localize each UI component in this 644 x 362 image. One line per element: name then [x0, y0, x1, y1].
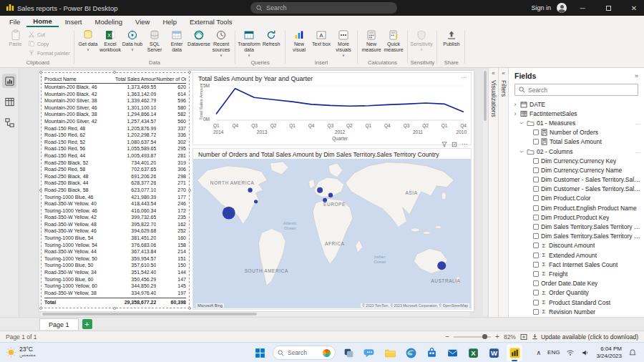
- map-visual[interactable]: ⋯ Number of Orders and Total Sales Amoun…: [192, 148, 472, 310]
- table-row[interactable]: Road-350-W Yellow, 38334,976.40197: [44, 290, 186, 297]
- refresh-button[interactable]: Refresh: [260, 28, 283, 47]
- column-header[interactable]: Total Sales Amount: [115, 75, 156, 83]
- table-row[interactable]: Touring-1000 Blue, 46421,980.39177: [44, 194, 186, 201]
- field-item[interactable]: ΣRevision Number: [509, 307, 644, 316]
- format-painter-button[interactable]: Format painter: [28, 49, 70, 57]
- filters-pane-collapsed[interactable]: « Filters: [498, 68, 508, 317]
- tab-insert[interactable]: Insert: [59, 16, 89, 27]
- field-checkbox[interactable]: [533, 309, 539, 315]
- field-checkbox[interactable]: [533, 139, 539, 145]
- account-avatar[interactable]: [557, 3, 567, 13]
- titlebar-search[interactable]: Search: [250, 2, 397, 14]
- report-canvas[interactable]: Product Name Total Sales Amount Number o…: [19, 68, 488, 317]
- store-icon[interactable]: [424, 344, 439, 361]
- world-map[interactable]: NORTH AMERICAEUROPEASIAAFRICASOUTH AMERI…: [193, 159, 471, 308]
- field-item[interactable]: Dim Currency.Currency Key: [509, 156, 644, 165]
- field-item[interactable]: Dim Sales Territory.Sales Territory Key: [509, 232, 644, 241]
- data-hub-button[interactable]: Data hub∨: [122, 28, 144, 52]
- table-row[interactable]: Touring-1000 Blue, 54381,451.20160: [44, 235, 186, 242]
- outlook-icon[interactable]: [444, 344, 460, 361]
- model-view-button[interactable]: [2, 115, 16, 129]
- page-tab[interactable]: Page 1: [39, 318, 79, 330]
- expand-pane-icon[interactable]: «: [502, 68, 504, 77]
- column-header[interactable]: Product Name: [44, 75, 115, 83]
- update-notice[interactable]: Update available (click to download): [532, 333, 638, 341]
- field-checkbox[interactable]: [533, 271, 539, 277]
- field-item[interactable]: ›01 - Measures…: [509, 118, 644, 127]
- more-visuals-button[interactable]: More visuals∨: [333, 28, 355, 57]
- field-checkbox[interactable]: [533, 195, 539, 201]
- field-item[interactable]: Dim Product.Color: [509, 194, 644, 203]
- tab-modeling[interactable]: Modeling: [88, 16, 129, 27]
- resize-handle[interactable]: [188, 307, 191, 310]
- dataverse-button[interactable]: Dataverse: [188, 28, 210, 47]
- table-row[interactable]: Road-350-W Yellow, 46394,629.68252: [44, 228, 186, 235]
- filter-icon[interactable]: [441, 142, 447, 147]
- sign-in-button[interactable]: Sign in: [531, 4, 551, 11]
- word-icon[interactable]: W: [486, 344, 502, 361]
- tab-home[interactable]: Home: [26, 16, 58, 27]
- report-page[interactable]: Product Name Total Sales Amount Number o…: [39, 71, 474, 311]
- field-item[interactable]: Number of Orders: [509, 128, 644, 137]
- field-item[interactable]: Dim Currency.Currency Name: [509, 165, 644, 175]
- table-row[interactable]: Touring-1000 Blue, 50357,610.50150: [44, 262, 186, 269]
- table-row[interactable]: Road-350-W Yellow, 44367,413.84214: [44, 248, 186, 255]
- tab-external-tools[interactable]: External Tools: [183, 16, 239, 27]
- field-checkbox[interactable]: [533, 186, 539, 192]
- wifi-icon[interactable]: [566, 348, 575, 357]
- map-bubble[interactable]: [323, 198, 327, 202]
- weather-widget[interactable]: 23°C مشمس: [0, 346, 107, 358]
- table-row[interactable]: Mountain-200 Black, 461,373,469.55620: [44, 84, 186, 91]
- field-checkbox[interactable]: [533, 224, 539, 230]
- powerbi-icon[interactable]: [507, 344, 522, 361]
- resize-handle[interactable]: [39, 189, 42, 192]
- maximize-button[interactable]: [598, 0, 618, 16]
- more-options-icon[interactable]: …: [635, 119, 640, 126]
- paste-button[interactable]: Paste: [4, 28, 26, 47]
- field-checkbox[interactable]: [533, 280, 539, 286]
- field-item[interactable]: Dim Sales Territory.Sales Territory Co..…: [509, 222, 644, 231]
- horizontal-scrollbar[interactable]: [41, 312, 470, 316]
- more-options-icon[interactable]: ⋯: [461, 74, 467, 81]
- map-bubble[interactable]: [223, 207, 235, 220]
- file-explorer-icon[interactable]: [382, 344, 398, 361]
- field-item[interactable]: Dim Customer - Sales Territory.Sales...: [509, 175, 644, 185]
- expander-icon[interactable]: ›: [512, 102, 518, 107]
- new-page-button[interactable]: +: [82, 319, 92, 329]
- close-button[interactable]: ✕: [624, 0, 644, 16]
- table-row[interactable]: Touring-1000 Yellow, 50359,954.57151: [44, 255, 186, 263]
- map-bubble[interactable]: [328, 193, 333, 197]
- resize-handle[interactable]: [188, 71, 191, 74]
- minimize-button[interactable]: ─: [572, 0, 592, 16]
- zoom-out-button[interactable]: −: [445, 333, 449, 341]
- new-measure-button[interactable]: New measure: [361, 28, 383, 53]
- field-item[interactable]: Dim Product.English Product Name: [509, 203, 644, 212]
- more-options-icon[interactable]: …: [635, 148, 640, 155]
- map-bubble[interactable]: [248, 188, 252, 192]
- field-checkbox[interactable]: [533, 233, 539, 239]
- field-item[interactable]: ›02 - Columns…: [509, 147, 644, 156]
- resize-handle[interactable]: [39, 307, 42, 310]
- tab-file[interactable]: File: [3, 16, 26, 27]
- table-row[interactable]: Road-350-W Yellow, 42399,732.65235: [44, 214, 186, 221]
- publish-button[interactable]: Publish: [440, 28, 462, 47]
- resize-handle[interactable]: [188, 189, 191, 192]
- tab-view[interactable]: View: [129, 16, 156, 27]
- field-item[interactable]: ΣExtended Amount: [509, 250, 644, 260]
- recent-sources-button[interactable]: Recent sources∨: [210, 28, 233, 57]
- table-row[interactable]: Mountain-200 Silver, 381,339,462.79596: [44, 97, 186, 104]
- text-box-button[interactable]: A Text box: [311, 28, 333, 47]
- task-view-icon[interactable]: [341, 344, 356, 361]
- map-bubble[interactable]: [254, 200, 258, 203]
- expander-icon[interactable]: ›: [512, 111, 518, 117]
- excel-workbook-button[interactable]: X Excel workbook: [99, 28, 122, 53]
- table-row[interactable]: Touring-1000 Blue, 60350,456.29147: [44, 276, 186, 283]
- table-row[interactable]: Road-150 Red, 441,005,493.87281: [44, 152, 186, 160]
- cut-button[interactable]: Cut: [28, 31, 70, 38]
- quick-measure-button[interactable]: Quick measure: [383, 28, 405, 53]
- tab-help[interactable]: Help: [156, 16, 183, 27]
- field-item[interactable]: ΣOrder Quantity: [509, 288, 644, 298]
- new-visual-button[interactable]: New visual: [288, 28, 311, 53]
- map-bubble[interactable]: [317, 187, 323, 193]
- focus-mode-icon[interactable]: [452, 142, 457, 147]
